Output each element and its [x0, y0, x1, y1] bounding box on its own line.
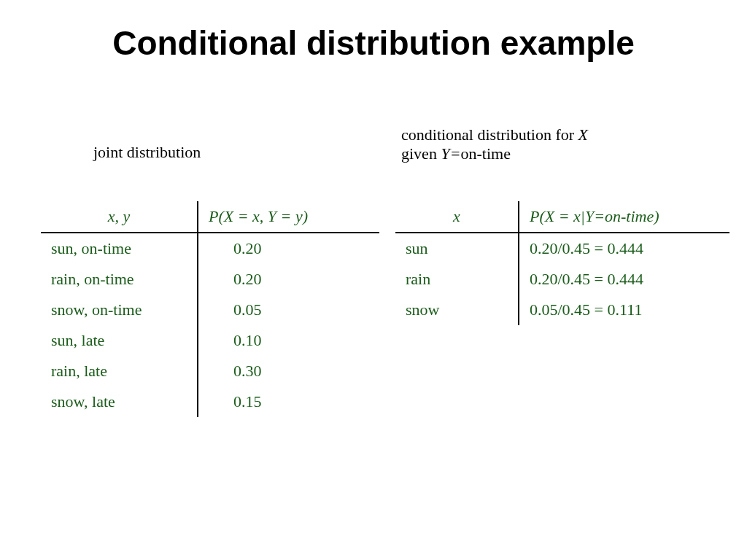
joint-label: rain, late [41, 356, 198, 386]
joint-caption: joint distribution [93, 143, 201, 162]
joint-label: rain, on-time [41, 264, 198, 295]
table-row: snow, late0.15 [41, 386, 379, 417]
joint-value: 0.30 [198, 356, 379, 386]
joint-head-p: P(X = x, Y = y) [198, 201, 379, 233]
slide: Conditional distribution example joint d… [0, 0, 747, 560]
joint-label: snow, on-time [41, 295, 198, 325]
table-row: sun, on-time0.20 [41, 233, 379, 264]
table-row: sun, late0.10 [41, 325, 379, 356]
table-row: sun0.20/0.45 = 0.444 [395, 233, 729, 264]
joint-table: x, y P(X = x, Y = y) sun, on-time0.20 ra… [41, 201, 379, 417]
joint-value: 0.20 [198, 233, 379, 264]
conditional-table: x P(X = x|Y=on-time) sun0.20/0.45 = 0.44… [395, 201, 729, 325]
conditional-caption: conditional distribution for Xgiven Y=on… [401, 125, 678, 163]
cond-value: 0.05/0.45 = 0.111 [519, 295, 729, 325]
cond-value: 0.20/0.45 = 0.444 [519, 264, 729, 295]
cond-head-p: P(X = x|Y=on-time) [519, 201, 729, 233]
cond-label: snow [395, 295, 519, 325]
cond-label: sun [395, 233, 519, 264]
table-row: snow0.05/0.45 = 0.111 [395, 295, 729, 325]
joint-label: sun, late [41, 325, 198, 356]
joint-value: 0.10 [198, 325, 379, 356]
table-row: rain, late0.30 [41, 356, 379, 386]
joint-header-row: x, y P(X = x, Y = y) [41, 201, 379, 233]
joint-label: snow, late [41, 386, 198, 417]
conditional-header-row: x P(X = x|Y=on-time) [395, 201, 729, 233]
joint-label: sun, on-time [41, 233, 198, 264]
joint-head-xy: x, y [41, 201, 198, 233]
joint-value: 0.05 [198, 295, 379, 325]
cond-value: 0.20/0.45 = 0.444 [519, 233, 729, 264]
table-row: rain, on-time0.20 [41, 264, 379, 295]
joint-value: 0.15 [198, 386, 379, 417]
page-title: Conditional distribution example [0, 23, 747, 63]
joint-value: 0.20 [198, 264, 379, 295]
cond-head-x: x [395, 201, 519, 233]
table-row: rain0.20/0.45 = 0.444 [395, 264, 729, 295]
table-row: snow, on-time0.05 [41, 295, 379, 325]
cond-label: rain [395, 264, 519, 295]
